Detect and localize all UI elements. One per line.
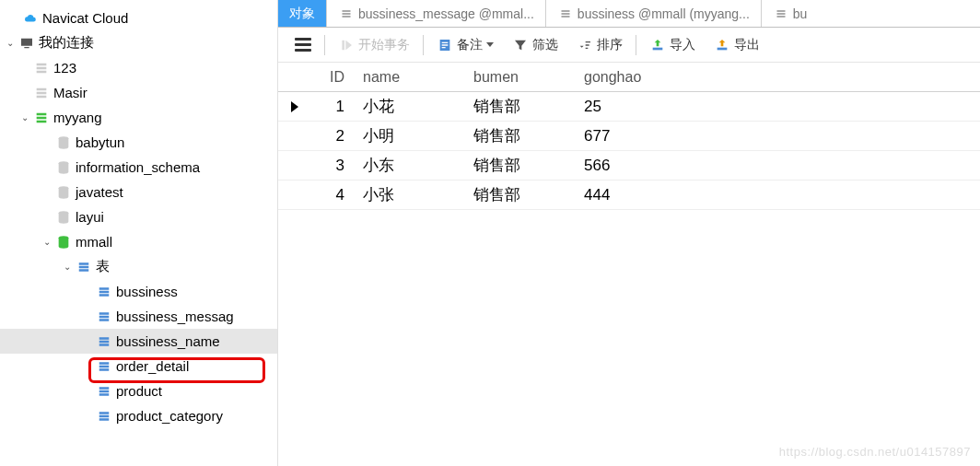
expander-icon[interactable] [7, 12, 20, 25]
db-item-layui[interactable]: layui [0, 204, 277, 229]
table-row[interactable]: 4 小张 销售部 444 [278, 181, 980, 210]
monitor-icon [18, 35, 35, 52]
cell-name[interactable]: 小花 [356, 96, 466, 117]
table-item-bussiness-messag[interactable]: bussiness_messag [0, 304, 277, 329]
tables-folder-label: 表 [96, 258, 110, 275]
sort-button[interactable]: 排序 [567, 28, 632, 62]
sort-icon [577, 37, 593, 53]
tab-bar: 对象 bussiness_message @mmal... bussiness … [278, 0, 980, 28]
table-icon [96, 284, 112, 300]
tab-overflow[interactable]: bu [762, 0, 819, 27]
table-row[interactable]: 2 小明 销售部 677 [278, 122, 980, 151]
cell-id[interactable]: 2 [300, 127, 356, 146]
table-icon [96, 358, 112, 375]
conn-label: Masir [53, 85, 88, 100]
toolbar: 开始事务 备注 筛选 排序 导入 导出 [278, 28, 980, 63]
cell-gonghao[interactable]: 25 [577, 98, 706, 116]
table-label: bussiness_messag [116, 309, 234, 324]
import-button[interactable]: 导入 [640, 28, 705, 62]
table-item-bussiness[interactable]: bussiness [0, 279, 277, 304]
cell-name[interactable]: 小东 [356, 155, 466, 176]
begin-transaction-button[interactable]: 开始事务 [329, 28, 419, 62]
table-item-product-category[interactable]: product_category [0, 403, 277, 428]
table-item-product[interactable]: product [0, 379, 277, 403]
grid-header-row: ID name bumen gonghao [278, 63, 980, 92]
conn-item-myyang[interactable]: ⌄ myyang [0, 105, 277, 130]
memo-button[interactable]: 备注 [427, 28, 503, 62]
expander-icon[interactable]: ⌄ [18, 111, 31, 124]
tab-label: 对象 [289, 6, 315, 22]
toolbar-label: 备注 [457, 37, 483, 53]
cell-bumen[interactable]: 销售部 [466, 184, 577, 205]
db-item-information-schema[interactable]: information_schema [0, 155, 277, 180]
tab-object[interactable]: 对象 [278, 0, 327, 27]
conn-item-masir[interactable]: Masir [0, 80, 277, 105]
db-label: babytun [76, 134, 124, 150]
db-label: javatest [76, 184, 123, 200]
tab-bussiness[interactable]: bussiness @mmall (myyang... [546, 0, 762, 27]
column-header-id[interactable]: ID [300, 69, 356, 86]
export-icon [714, 37, 730, 53]
separator-icon [423, 35, 424, 55]
my-connections-item[interactable]: ⌄ 我的连接 [0, 30, 277, 55]
menu-button[interactable] [295, 38, 311, 52]
table-icon [96, 333, 112, 350]
database-icon [55, 234, 72, 250]
export-button[interactable]: 导出 [705, 28, 769, 62]
cell-gonghao[interactable]: 677 [577, 127, 706, 146]
table-label: order_detail [116, 358, 189, 374]
separator-icon [636, 35, 636, 55]
conn-label: 123 [53, 60, 76, 76]
toolbar-label: 排序 [597, 37, 623, 53]
expander-icon[interactable]: ⌄ [41, 236, 53, 249]
cell-bumen[interactable]: 销售部 [466, 96, 577, 117]
cell-name[interactable]: 小明 [356, 125, 466, 146]
toolbar-label: 开始事务 [358, 37, 410, 53]
cloud-icon [22, 10, 39, 27]
column-header-gonghao[interactable]: gonghao [577, 69, 706, 86]
cell-bumen[interactable]: 销售部 [466, 155, 577, 176]
watermark: https://blog.csdn.net/u014157897 [779, 445, 971, 459]
db-item-javatest[interactable]: javatest [0, 180, 277, 204]
table-row[interactable]: 1 小花 销售部 25 [278, 92, 980, 122]
table-row[interactable]: 3 小东 销售部 566 [278, 151, 980, 181]
column-header-name[interactable]: name [356, 69, 466, 86]
db-label: information_schema [76, 159, 200, 175]
db-label: mmall [76, 234, 112, 250]
table-item-bussiness-name[interactable]: bussiness_name [0, 329, 277, 354]
toolbar-label: 导入 [670, 37, 695, 53]
tab-bussiness-message[interactable]: bussiness_message @mmal... [327, 0, 546, 27]
table-label: bussiness [116, 284, 178, 299]
connection-icon [33, 110, 50, 126]
tab-label: bussiness_message @mmal... [358, 6, 534, 21]
cell-gonghao[interactable]: 444 [577, 186, 706, 204]
cell-id[interactable]: 4 [300, 186, 356, 204]
cell-gonghao[interactable]: 566 [577, 157, 706, 175]
database-icon [55, 209, 72, 226]
expander-icon[interactable]: ⌄ [61, 261, 74, 274]
current-row-marker-icon [278, 101, 300, 112]
db-item-mmall[interactable]: ⌄ mmall [0, 229, 277, 254]
tables-folder-item[interactable]: ⌄ 表 [0, 254, 277, 279]
data-grid: ID name bumen gonghao 1 小花 销售部 25 2 小明 销… [278, 63, 980, 210]
navicat-cloud-item[interactable]: Navicat Cloud [0, 6, 277, 30]
table-item-order-detail[interactable]: order_detail [0, 354, 277, 379]
database-icon [55, 134, 72, 151]
cell-name[interactable]: 小张 [356, 184, 466, 205]
expander-icon[interactable]: ⌄ [4, 37, 17, 50]
cell-bumen[interactable]: 销售部 [466, 125, 577, 146]
cell-id[interactable]: 3 [300, 157, 356, 175]
conn-item-123[interactable]: 123 [0, 55, 277, 80]
column-header-bumen[interactable]: bumen [466, 69, 577, 86]
separator-icon [324, 35, 325, 55]
table-icon [96, 309, 112, 325]
import-icon [649, 37, 666, 53]
toolbar-label: 筛选 [532, 37, 558, 53]
cell-id[interactable]: 1 [300, 98, 356, 116]
table-label: product_category [116, 408, 223, 424]
tab-label: bussiness @mmall (myyang... [578, 6, 750, 21]
db-item-babytun[interactable]: babytun [0, 130, 277, 155]
chevron-down-icon [486, 42, 494, 47]
table-label: bussiness_name [116, 333, 220, 349]
filter-button[interactable]: 筛选 [503, 28, 567, 62]
